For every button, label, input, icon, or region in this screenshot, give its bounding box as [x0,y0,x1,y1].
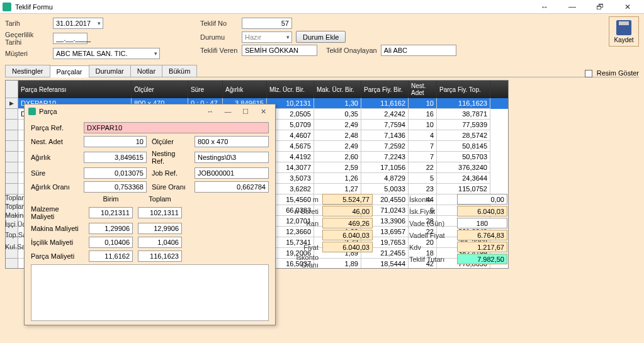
save-icon [616,20,631,35]
iscilik-birim: 0,10406 [89,237,133,248]
grid-cell: 10 [409,120,437,130]
close-button[interactable]: ✕ [614,0,641,14]
olculer-field[interactable]: 800 x 470 [195,136,269,147]
grid-col-header[interactable]: Parça Referansı [18,81,132,98]
grid-col-header[interactable]: Parça Fiy. Bir. [361,81,409,98]
agirlik-field[interactable]: 3,849615 [84,152,147,163]
grid-cell: 28,5742 [437,130,490,141]
nucreti-value: 46,00 [322,206,373,216]
dialog-close-button[interactable]: ✕ [255,108,271,116]
m-value: 5.524,77 [322,194,373,205]
iskonto-input[interactable]: 0,00 [457,194,507,205]
tab-durumlar[interactable]: Durumlar [89,65,131,77]
malzeme-label: Malzeme Maliyeti [31,205,84,220]
grid-cell: 5 [409,173,437,184]
agirlik-orani-label: Ağırlık Oranı [31,183,79,191]
vade-label: Vade (Gün) [409,220,453,227]
grid-cell: 17,1056 [361,162,409,173]
grid-col-header[interactable]: Mak. Ücr. Bir. [314,81,361,98]
grid-cell: 4,8729 [361,173,409,184]
teklifi-veren-label: Teklifi Veren [200,47,238,54]
nest-adet-field[interactable]: 10 [84,136,147,147]
vadeli-fiyat-label: Vadeli Fiyat [409,232,453,239]
parca-ref-label: Parça Ref. [31,124,79,132]
dialog-maximize-button[interactable]: ☐ [237,108,254,116]
kan-value: 469,26 [322,218,373,228]
dialog-minimize-button[interactable]: — [220,108,236,116]
parca-ref-field[interactable]: DXFPAR10 [84,122,269,133]
iscilik-toplam: 1,0406 [138,237,182,248]
job-ref-label: Job Ref. [152,169,189,177]
grid-cell: 1,30 [314,98,361,109]
grid-cell: 50,8145 [437,141,490,152]
grid-cell: 24,3644 [437,173,490,184]
gecerlilik-label: Geçerlilik Tarihi [5,31,49,46]
tab-notlar[interactable]: Notlar [130,65,162,77]
toplam-header: Toplam [138,195,182,203]
agirlik-label: Ağırlık [31,154,79,161]
makina-label: Makina Maliyeti [31,225,84,232]
grid-cell: 16 [409,109,437,120]
grid-col-header[interactable]: Süre [188,81,223,98]
sure-orani-field[interactable]: 0,662784 [195,181,269,193]
grid-cell: 7,2592 [361,141,409,152]
resim-goster-checkbox[interactable] [585,70,592,77]
kdv-value: 1.217,67 [457,242,507,252]
dialog-titlebar[interactable]: Parça ↔ — ☐ ✕ [25,104,275,118]
grid-cell: 11,6162 [361,98,409,109]
vade-input[interactable]: 180 [457,218,507,228]
kdv-label: Kdv [409,244,453,251]
tab-parçalar[interactable]: Parçalar [50,65,89,77]
grid-cell: 2,60 [314,152,361,162]
teklifno-input[interactable]: 57 [242,18,292,29]
dialog-preview-area [31,264,269,321]
job-ref-field[interactable]: JOB000001 [195,167,269,179]
grid-cell: 7 [409,152,437,162]
grid-cell: 2,49 [314,120,361,130]
tarih-label: Tarih [5,20,49,27]
isk-fiyat-value: 6.040,03 [457,206,507,216]
teklifno-label: Teklif No [200,20,238,27]
dialog-resize-icon[interactable]: ↔ [202,108,218,116]
sure-orani-label: Süre Oranı [152,183,189,191]
grid-cell: 7,7594 [361,120,409,130]
nesting-ref-field[interactable]: Nestings\0\3 [195,152,269,163]
grid-col-header[interactable]: Ölçüler [132,81,188,98]
teklif-tutari-label: Teklif Tutarı [409,256,453,263]
grid-cell: 23 [409,184,437,194]
agirlik-orani-field[interactable]: 0,753368 [84,181,147,193]
teklif-onaylayan-input[interactable]: Ali ABC [381,45,456,56]
sure-field[interactable]: 0,013075 [84,167,147,179]
iskonto-orani-label: İskonto Oranı [281,254,319,269]
parca-maliyet-label: Parça Maliyeti [31,252,84,260]
gecerlilik-input[interactable]: __.__.____ [53,33,88,44]
durumu-combo[interactable]: Hazır [242,31,292,43]
makina-birim: 1,29906 [89,223,133,234]
musteri-combo[interactable]: ABC METAL SAN. TIC. [53,48,160,59]
grid-col-header[interactable]: Parça Fiy. Top. [437,81,490,98]
minimize-button[interactable]: — [558,0,586,14]
grid-col-header[interactable]: Ağırlık [223,81,267,98]
grid-cell: 50,5703 [437,152,490,162]
olculer-label: Ölçüler [152,138,189,145]
grid-col-header[interactable]: Mlz. Ücr. Bir. [267,81,314,98]
resize-icon[interactable]: ↔ [531,0,558,14]
maximize-button[interactable]: 🗗 [586,0,614,14]
m-label: m [281,196,319,203]
makina-toplam: 12,9906 [138,223,182,234]
grid-cell: 7,2243 [361,152,409,162]
tarih-input[interactable]: 31.01.2017 [53,18,103,29]
grid-cell: 5,0033 [361,184,409,194]
tab-nestingler[interactable]: Nestingler [5,65,50,77]
grid-cell: 7,1436 [361,130,409,141]
grid-col-header[interactable]: Nest. Adet [409,81,437,98]
save-button[interactable]: Kaydet [609,16,639,47]
grid-cell: 22 [409,162,437,173]
grid-cell: 116,1623 [437,98,490,109]
tab-büküm[interactable]: Büküm [162,65,197,77]
parca-toplam: 116,1623 [138,250,182,262]
teklifi-veren-input[interactable]: SEMİH GÖKKAN [242,45,317,56]
malzeme-toplam: 102,1311 [138,207,182,218]
durum-ekle-button[interactable]: Durum Ekle [296,31,346,43]
teklif-tutari-value: 7.982,50 [457,254,507,264]
